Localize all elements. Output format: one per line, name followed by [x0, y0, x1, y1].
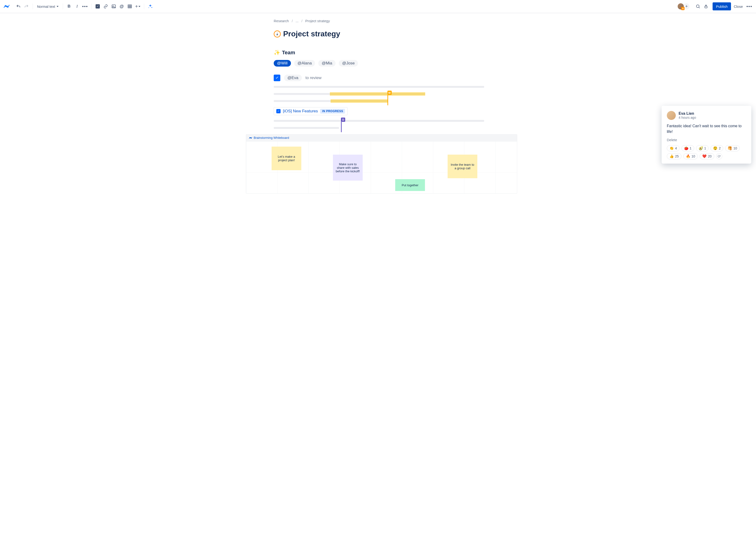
review-task-note: to review	[306, 75, 322, 80]
bold-icon[interactable]: B	[65, 3, 73, 10]
mention-jose[interactable]: @Jose	[339, 60, 358, 67]
redo-icon[interactable]	[23, 3, 30, 10]
editor-toolbar: Normal text B I ••• @ +	[0, 0, 756, 13]
team-mentions: @Will @Alana @Mia @Jose	[272, 60, 484, 67]
svg-point-3	[697, 5, 699, 8]
task-checkbox-icon[interactable]	[274, 75, 280, 81]
team-heading: Team	[282, 50, 295, 56]
presence-avatar[interactable]	[677, 3, 684, 10]
text-style-label: Normal text	[37, 4, 55, 8]
restrictions-icon[interactable]	[702, 3, 710, 10]
add-reaction-icon[interactable]	[716, 153, 722, 159]
jira-status-badge: IN PROGRESS	[320, 109, 345, 113]
link-icon[interactable]	[102, 3, 109, 10]
breadcrumb-current: Project strategy	[305, 19, 330, 23]
content-placeholder: M	[272, 86, 484, 102]
comment-reactions: 👏4🍅1🥑1😲2🥞10👍25🔥10❤️20	[667, 145, 746, 159]
svg-point-7	[719, 156, 719, 156]
mention-eva[interactable]: @Eva	[284, 75, 302, 81]
presence-avatars: +	[679, 3, 690, 10]
undo-icon[interactable]	[15, 3, 22, 10]
table-icon[interactable]	[126, 3, 134, 10]
reaction-pill[interactable]: 🍅1	[681, 145, 694, 151]
action-item-icon[interactable]	[94, 3, 101, 10]
sparkles-icon: ✨	[274, 50, 280, 56]
page-title[interactable]: Project strategy	[283, 29, 340, 38]
collab-cursor-d: D	[341, 117, 345, 122]
comment-delete-link[interactable]: Delete	[667, 138, 677, 142]
text-style-select[interactable]: Normal text	[35, 3, 60, 10]
more-formatting-icon[interactable]: •••	[81, 3, 89, 10]
search-icon[interactable]	[694, 3, 702, 10]
comment-author-name[interactable]: Eva Lien	[679, 111, 696, 116]
review-task: @Eva to review	[272, 75, 484, 81]
breadcrumb-ellipsis[interactable]: ...	[296, 19, 299, 23]
sticky-note[interactable]: Make sure to share with sales before the…	[333, 155, 363, 180]
comment-timestamp: 4 hours ago	[679, 116, 696, 119]
jira-issue-card[interactable]: [iOS] New Features IN PROGRESS	[274, 107, 348, 115]
close-button[interactable]: Close	[731, 2, 745, 10]
breadcrumb: Research / ... / Project strategy	[272, 19, 484, 23]
reaction-pill[interactable]: 👍25	[667, 153, 681, 159]
image-icon[interactable]	[110, 3, 118, 10]
mention-will[interactable]: @Will	[274, 60, 291, 67]
whiteboard-embed: Brainstorming Whiteboard Let's make a pr…	[246, 134, 517, 193]
page-emoji-icon[interactable]	[274, 30, 281, 38]
svg-point-5	[718, 155, 720, 157]
sticky-note[interactable]: Put together	[395, 179, 425, 191]
reaction-pill[interactable]: 😲2	[710, 145, 723, 151]
reaction-pill[interactable]: 🥑1	[696, 145, 709, 151]
mention-mia[interactable]: @Mia	[318, 60, 336, 67]
insert-more-icon[interactable]: +	[134, 3, 142, 10]
overflow-menu-icon[interactable]: •••	[746, 3, 753, 10]
confluence-logo-icon[interactable]	[3, 3, 10, 10]
svg-point-1	[113, 6, 113, 6]
chevron-down-icon	[57, 6, 59, 7]
content-placeholder-2: D	[272, 120, 484, 129]
comment-popup: Eva Lien 4 hours ago Fantastic idea! Can…	[662, 106, 751, 163]
publish-button[interactable]: Publish	[713, 2, 731, 10]
sticky-note[interactable]: Invite the team to a group call	[448, 155, 477, 178]
jira-task-icon	[276, 109, 281, 113]
reaction-pill[interactable]: ❤️20	[700, 153, 714, 159]
reaction-pill[interactable]: 🔥10	[683, 153, 698, 159]
collab-cursor-m: M	[387, 91, 392, 95]
whiteboard-title[interactable]: Brainstorming Whiteboard	[254, 136, 289, 139]
mention-icon[interactable]: @	[118, 3, 126, 10]
breadcrumb-root[interactable]: Research	[274, 19, 289, 23]
sticky-note[interactable]: Let's make a project plan!	[272, 147, 301, 170]
svg-rect-2	[128, 5, 131, 8]
jira-issue-title: [iOS] New Features	[283, 109, 318, 113]
ai-sparkle-icon[interactable]	[147, 3, 154, 10]
italic-icon[interactable]: I	[73, 3, 81, 10]
reaction-pill[interactable]: 🥞10	[725, 145, 740, 151]
comment-author-avatar[interactable]	[667, 111, 676, 120]
comment-body: Fantastic idea! Can't wait to see this c…	[667, 123, 746, 134]
svg-rect-4	[705, 6, 707, 8]
mention-alana[interactable]: @Alana	[294, 60, 315, 67]
whiteboard-canvas[interactable]: Let's make a project plan!Make sure to s…	[246, 141, 517, 193]
reaction-pill[interactable]: 👏4	[667, 145, 680, 151]
